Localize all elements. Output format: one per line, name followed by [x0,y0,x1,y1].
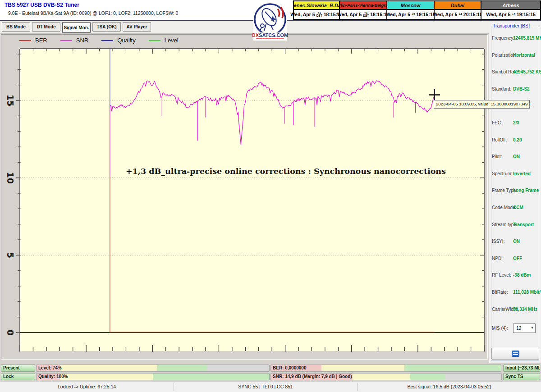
svg-text:0: 0 [5,329,15,335]
lock-indicator: Lock [1,373,35,380]
field-value: 2/3 [513,120,519,125]
clock-time: Wed, Apr 5 +3 19:15:15 [481,10,540,19]
transponder-field-row: Frame Type: Long Frame [489,188,541,193]
field-label: ISSYI: [492,239,504,244]
transponder-field-row: NPD: OFF [489,256,541,261]
mode-tab[interactable]: DT Mode [32,22,60,32]
field-value: ON [513,154,520,159]
transponder-field-row: Symbol Rate: 41945,752 KS/s [489,69,541,75]
field-label: FEC: [492,120,502,125]
field-value: 41945,752 KS/s [513,69,541,74]
field-label: RollOff: [492,137,507,142]
clock-date: Wed, Apr 5 [486,12,510,17]
transponder-field-row: RF Level: -38 dBm [489,273,541,278]
clock-date: Wed, Apr 5 [386,12,410,17]
clock-tz-offset: +3 [512,13,515,16]
field-label: NPD: [492,256,503,261]
transponder-field-row: Standard: DVB-S2 [489,87,541,92]
field-value: Long Frame [513,188,539,193]
logo-circle [255,4,285,35]
clock-panel: Moscow Wed, Apr 5 +3 19:15:15 [386,1,434,19]
clock-panel: Lučenec-Slovakia_R.Dávid Wed, Apr 5 +1 D… [294,1,339,19]
clock-date: Wed, Apr 5 [290,12,315,17]
clock-city-label: Lučenec-Slovakia_R.Dávid [294,1,339,10]
stream-list-icon [512,351,519,357]
clock-date: Wed, Apr 5 [433,12,457,17]
level-label: Level: 74% [38,365,62,370]
clock-date: Wed, Apr 5 [337,12,362,17]
level-progressbar: Level: 74% [36,365,270,372]
clock-time: Wed, Apr 5 +3 19:15:15 [387,10,434,19]
clock-tz-offset: +1 DST [316,12,322,17]
stream-list-button[interactable] [491,348,539,360]
chevron-down-icon: ▾ [531,325,533,330]
field-value: Transport [513,222,534,227]
ber-label: BER: 0,0000000 [273,365,307,370]
status-sync-counters: SYNC 55 | TEI 0 | CC 851 [174,384,357,389]
mode-tab[interactable]: Signal Mon. [62,22,91,33]
field-value: 111,028 Mbit/s [513,290,541,295]
snr-label: SNR: 14,9 dB (Margin: 7,9 dB | Good) [273,374,352,379]
window-title: TBS 5927 USB DVB-S2 Tuner [5,2,79,8]
mis-label: MIS (4): [492,326,508,331]
transponder-field-row: RollOff: 0.20 [489,137,541,143]
input-rate-indicator: Input (~23,73 Mbps) [503,365,540,372]
logo-text: DXSATCS.COM [252,32,288,38]
field-value: ON [513,239,520,244]
clock-hms: 19:15:15 [416,12,435,17]
clock-time: Wed, Apr 5 +1 DST 18:15:15 [294,10,339,19]
quality-progressbar: Quality: 100% [36,373,270,380]
field-value: 0.20 [513,137,522,142]
transponder-field-row: ISSYI: ON [489,239,541,244]
transponder-field-row: FEC: 2/3 [489,120,541,126]
field-value: 50,334 MHz [513,307,537,312]
transponder-field-row: Frequency: 12465,815 MHz [489,36,541,41]
clock-panel: Athens Wed, Apr 5 +3 19:15:15 [481,1,540,19]
transponder-panel: Transponder [BS] Frequency: 12465,815 MH… [489,21,541,363]
field-value: Inverted [513,171,531,176]
svg-text:10: 10 [5,172,15,183]
clock-city-label: Dubai [435,1,481,10]
field-value: 12465,815 MHz [513,36,541,41]
status-uptime: Locked -> Uptime: 67:25:14 [0,384,174,389]
chart-panel: BER SNR Quality Level 051015 +1,3 dB_ult… [1,34,488,360]
mode-tab[interactable]: AV Player [123,22,151,32]
clock-tz-offset: +3 [412,13,415,16]
snr-progressbar: SNR: 14,9 dB (Margin: 7,9 dB | Good) [270,373,502,380]
field-value: CCM [513,205,523,210]
clock-city-label: Berlin-Paris-Vienna-Belgrade [340,1,386,10]
app-window: TBS 5927 USB DVB-S2 Tuner 9.0E - Eutelsa… [0,0,541,392]
mode-tab[interactable]: BS Mode [2,22,30,32]
clock-time: Wed, Apr 5 +1 DST 18:15:15 [340,10,386,19]
transponder-field-row: Spectrum: Inverted [489,171,541,177]
field-label: Pilot: [492,154,502,159]
clock-city-label: Athens [481,1,540,10]
crosshair-cursor [429,89,440,100]
quality-label: Quality: 100% [38,374,68,379]
transponder-field-row: Polarization: Horizontal [489,53,541,58]
present-indicator: Present [1,365,35,372]
field-label: Frequency: [492,36,514,41]
field-label: Spectrum: [492,171,513,176]
clock-hms: 19:15:15 [517,12,536,17]
mis-selected-value: 12 [516,325,522,331]
status-bar: Locked -> Uptime: 67:25:14 SYNC 55 | TEI… [0,381,541,392]
field-label: Standard: [492,87,511,91]
transponder-field-row: Code Mode: CCM [489,205,541,210]
ber-progressbar: BER: 0,0000000 [270,365,501,372]
chart-tooltip: 2023-04-05 18.09.05, value: 15,300000190… [434,100,530,109]
field-label: RF Level: [492,273,511,278]
mis-select[interactable]: 12 ▾ [513,324,536,333]
svg-text:15: 15 [5,95,15,106]
svg-text:5: 5 [5,252,15,258]
clock-tz-offset: +1 DST [363,12,369,17]
transponder-field-row: Stream type: Transport [489,222,541,228]
field-value: Horizontal [513,53,535,58]
mode-tab[interactable]: TSA (OK) [92,22,121,32]
chart-generated-layers: 051015 [5,49,484,352]
clock-time: Wed, Apr 5 +4 20:15:15 [435,10,481,19]
signal-chart[interactable]: 051015 +1,3 dB_ultra-precise online corr… [2,35,487,360]
chart-annotation: +1,3 dB_ultra-precise online corrections… [126,167,446,176]
field-value: DVB-S2 [513,87,530,91]
clock-city-label: Moscow [387,1,434,10]
